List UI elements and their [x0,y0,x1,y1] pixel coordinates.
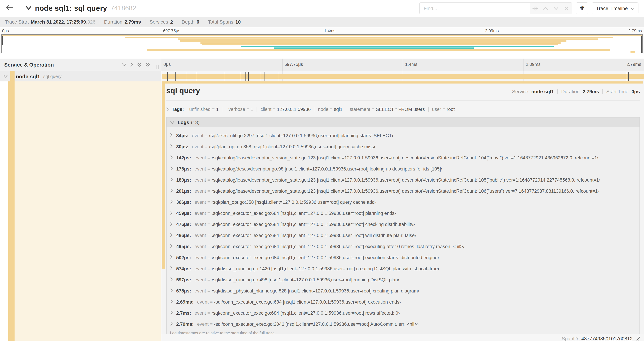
minimap-tick-label: 0μs [2,29,9,33]
span-id-value: 4877749850101760812 [581,336,632,341]
log-entry-row[interactable]: 459μs:event=‹sql/conn_executor_exec.go:6… [166,208,640,219]
minimap-canvas[interactable] [2,34,642,53]
back-button[interactable] [0,0,20,17]
minimap-span-bar [200,42,561,44]
chevron-right-icon [170,233,173,238]
chevron-down-icon [630,6,634,11]
log-field-key: event [194,288,206,293]
span-color-accent [10,71,14,82]
trace-view-dropdown[interactable]: Trace Timeline [592,3,638,14]
span-row: node sql1 sql query [0,71,644,82]
locate-icon[interactable] [532,6,538,11]
span-detail-title: sql query [166,86,200,95]
chevron-right-icon [170,210,173,216]
log-entry-row[interactable]: 201μs:event=‹sql/catalog/lease/descripto… [166,185,640,196]
log-field-value: ‹sql/catalog/lease/descriptor_version_st… [212,155,598,160]
log-timestamp: 142μs: [176,155,191,160]
log-entry-row[interactable]: 678μs:event=‹sql/distsql_physical_planne… [166,285,640,296]
log-timestamp: 201μs: [176,188,191,194]
log-field-key: event [194,177,206,182]
log-field-key: event [194,255,206,260]
ruler-tick-label: 0μs [161,59,171,71]
minimap-span-bar [241,46,554,47]
summary-value: 2.79ms [124,19,141,25]
log-entry-row[interactable]: 486μs:event=‹sql/conn_executor_exec.go:6… [166,230,640,241]
log-field-value: ‹sql/exec_util.go:2297 [nsql1,client=127… [209,133,393,138]
log-field-value: ‹sql/plan_opt.go:358 [nsql1,client=127.0… [209,144,375,149]
log-entry-row[interactable]: 574μs:event=‹sql/distsql_running.go:1420… [166,263,640,274]
equals-sign: = [212,107,215,112]
equals-sign: = [442,107,445,112]
keyboard-shortcuts-button[interactable]: ⌘ [576,3,588,14]
span-row-bar-cell[interactable] [161,71,644,82]
tags-row[interactable]: Tags: _unfinished=1_verbose=1client=127.… [166,105,640,114]
detail-meta-label: Service: [512,89,530,94]
logs-header[interactable]: Logs (18) [166,118,640,127]
service-operation-header: Service & Operation [0,59,161,71]
chevron-right-icon[interactable] [130,62,133,67]
chevron-down-icon[interactable] [4,75,8,78]
log-event-tick [167,72,168,81]
tag-key: statement [350,107,370,112]
detail-row-left-column [0,82,161,341]
span-row-name-cell[interactable]: node sql1 sql query [0,71,161,82]
summary-value: March 31 2022, 17:25:09.326 [31,19,96,25]
minimap-tick-label: 1.4ms [324,29,335,33]
clear-x-icon[interactable] [564,6,569,11]
chevron-down-icon[interactable] [553,6,559,11]
minimap-span-bar [2,35,642,36]
log-entry-row[interactable]: 2.79ms:event=‹sql/conn_executor_exec.go:… [166,318,640,329]
detail-meta-item: Duration:2.79ms [554,89,599,94]
minimap-span-bar [125,37,613,38]
command-icon: ⌘ [579,5,585,12]
log-entry-row[interactable]: 2.69ms:event=‹sql/conn_executor_exec.go:… [166,296,640,307]
minimap-span-bar [274,48,474,49]
log-entry-row[interactable]: 80μs:event=‹sql/plan_opt.go:358 [nsql1,c… [166,141,640,152]
find-group [419,3,572,14]
chevron-right-icon [170,310,173,315]
equals-sign: = [208,255,210,260]
log-entry-row[interactable]: 189μs:event=‹sql/catalog/lease/descripto… [166,174,640,185]
double-chevron-right-icon[interactable] [146,62,150,67]
logs-section: Logs (18) 34μs:event=‹sql/exec_util.go:2… [166,117,640,338]
log-entry-row[interactable]: 597μs:event=‹sql/distsql_running.go:498 … [166,274,640,285]
link-icon[interactable] [635,336,640,341]
detail-divider [166,100,640,101]
detail-meta-label: Duration: [561,89,581,94]
find-input[interactable] [420,3,530,14]
minimap-right-scrubber[interactable] [641,35,642,53]
chevron-right-icon [170,288,173,293]
span-duration-bar[interactable] [162,74,644,79]
summary-label: Depth [182,19,194,25]
double-chevron-down-icon[interactable] [137,62,142,67]
log-entry-row[interactable]: 366μs:event=‹sql/plan_opt.go:358 [nsql1,… [166,196,640,208]
log-event-tick [261,72,261,81]
log-entry-row[interactable]: 495μs:event=‹sql/conn_executor_exec.go:6… [166,241,640,252]
tree-controls [122,59,150,71]
summary-label: Services [150,19,168,25]
log-entry-row[interactable]: 176μs:event=‹sql/catalog/descs/descripto… [166,163,640,174]
detail-row-panel-cell: sql query Service:node sql1Duration:2.79… [161,82,644,341]
minimap-tick-label: 697.75μs [163,29,180,33]
summary-item: Trace StartMarch 31 2022, 17:25:09.326 [5,19,96,25]
summary-value: 10 [236,19,241,25]
column-resizer-handle[interactable] [156,65,159,69]
chevron-right-icon [170,244,173,249]
ruler-tick-label: 697.75μs [282,59,303,71]
detail-top-accent-bar [162,82,643,84]
log-field-key: event [194,310,206,315]
log-entry-row[interactable]: 502μs:event=‹sql/conn_executor_exec.go:6… [166,252,640,263]
tags-label: Tags: [172,107,184,112]
chevron-down-icon[interactable] [122,63,126,66]
log-entry-row[interactable]: 2.7ms:event=‹sql/conn_executor_exec.go:6… [166,307,640,318]
span-id-row: SpanID: 4877749850101760812 [161,334,644,341]
chevron-down-icon[interactable] [26,5,32,12]
log-field-value: ‹sql/catalog/lease/descriptor_version_st… [212,177,600,182]
chevron-up-icon[interactable] [543,6,548,11]
detail-meta-value: node sql1 [531,89,554,94]
summary-item: Total Spans10 [199,19,241,25]
log-entry-row[interactable]: 34μs:event=‹sql/exec_util.go:2297 [nsql1… [166,130,640,141]
summary-value: 2 [170,19,173,25]
log-entry-row[interactable]: 476μs:event=‹sql/conn_executor_exec.go:6… [166,219,640,230]
log-entry-row[interactable]: 142μs:event=‹sql/catalog/lease/descripto… [166,152,640,163]
